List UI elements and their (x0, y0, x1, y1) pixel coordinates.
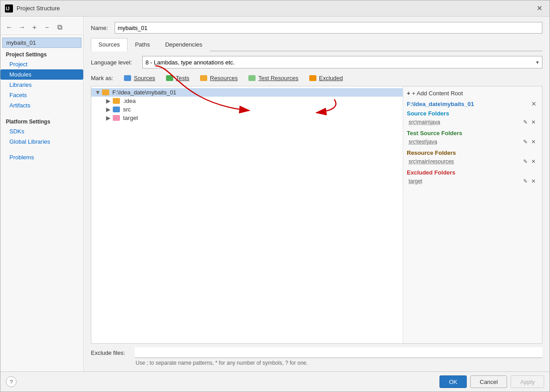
mark-excluded-button[interactable]: Excluded (306, 74, 346, 82)
copy-button[interactable]: ⧉ (54, 22, 65, 33)
plus-icon: + (407, 90, 410, 97)
sidebar-item-project[interactable]: Project (0, 59, 83, 69)
sidebar-item-problems[interactable]: Problems (0, 152, 83, 162)
source-folders-section: Source Folders src\main\java ✎ ✕ (407, 110, 538, 126)
exclude-files-hint: Use ; to separate name patterns, * for a… (91, 360, 542, 366)
tab-paths[interactable]: Paths (128, 38, 158, 51)
project-settings-label: Project Settings (0, 49, 83, 59)
remove-button[interactable]: － (42, 22, 52, 33)
test-folder-path-0: src\test\java (409, 139, 520, 145)
mark-sources-button[interactable]: Sources (120, 74, 159, 82)
exclude-files-row: Exclude files: (91, 347, 542, 358)
resource-folder-row-0: src\main\resources ✎ ✕ (407, 158, 538, 166)
test-folder-remove-0[interactable]: ✕ (530, 139, 537, 145)
close-button[interactable]: ✕ (534, 3, 545, 13)
name-input[interactable] (115, 22, 542, 34)
excluded-folder-remove-0[interactable]: ✕ (530, 178, 537, 184)
source-panel: + + Add Content Root F:\Idea_date\mybait… (403, 86, 542, 343)
resource-folder-actions-0: ✎ ✕ (522, 158, 537, 165)
sidebar-item-libraries[interactable]: Libraries (0, 80, 83, 90)
sidebar-item-facets[interactable]: Facets (0, 90, 83, 100)
resource-folders-title: Resource Folders (407, 149, 538, 156)
tree-toggle-target: ▶ (106, 115, 111, 121)
tree-item-src[interactable]: ▶ src (91, 105, 403, 114)
tab-dependencies[interactable]: Dependencies (158, 38, 210, 51)
help-button[interactable]: ? (6, 376, 17, 387)
resource-folder-remove-0[interactable]: ✕ (530, 158, 537, 165)
content-root-path: F:\Idea_date\mybaits_01 (407, 101, 474, 107)
test-source-folders-section: Test Source Folders src\test\java ✎ ✕ (407, 130, 538, 146)
title-bar: IJ Project Structure ✕ (0, 0, 550, 17)
tree-item-idea[interactable]: ▶ .idea (91, 97, 403, 105)
excluded-folder-actions-0: ✎ ✕ (522, 178, 537, 184)
sidebar-item-modules[interactable]: Modules (0, 69, 83, 80)
bottom-bar: ? OK Cancel Apply (0, 371, 550, 392)
tree-root-item[interactable]: ▼ F:\Idea_date\mybaits_01 (91, 88, 403, 97)
name-row: Name: (91, 22, 542, 34)
tree-item-target[interactable]: ▶ target (91, 114, 403, 122)
add-content-root-button[interactable]: + + Add Content Root (407, 90, 538, 97)
mark-test-resources-button[interactable]: Test Resources (245, 74, 302, 82)
exclude-files-input[interactable] (135, 347, 542, 358)
source-folder-edit-0[interactable]: ✎ (522, 119, 529, 125)
language-level-select[interactable]: 8 - Lambdas, type annotations etc. 7 - D… (142, 56, 542, 68)
sidebar-toolbar: ← → ＋ － ⧉ (0, 20, 83, 35)
mark-resources-button[interactable]: Resources (196, 74, 241, 82)
language-level-label: Language level: (91, 59, 138, 66)
source-folder-actions-0: ✎ ✕ (522, 119, 537, 125)
apply-button[interactable]: Apply (511, 375, 544, 388)
tree-item-target-name: target (123, 115, 138, 121)
sidebar-item-artifacts[interactable]: Artifacts (0, 100, 83, 111)
tree-toggle-src: ▶ (106, 106, 111, 113)
content-root-header: F:\Idea_date\mybaits_01 ✕ (407, 100, 538, 107)
module-name: mybaits_01 (6, 39, 36, 46)
resource-folder-edit-0[interactable]: ✎ (522, 158, 529, 165)
right-panel: Name: Sources Paths Dependencies Languag… (84, 17, 550, 371)
content-root-close-button[interactable]: ✕ (529, 100, 538, 107)
source-folder-remove-0[interactable]: ✕ (530, 119, 537, 125)
source-folder-row-0: src\main\java ✎ ✕ (407, 118, 538, 126)
test-folder-row-0: src\test\java ✎ ✕ (407, 138, 538, 146)
app-icon: IJ (5, 4, 13, 13)
source-folders-title: Source Folders (407, 110, 538, 117)
language-level-wrapper: 8 - Lambdas, type annotations etc. 7 - D… (142, 56, 542, 68)
content-area: ▼ F:\Idea_date\mybaits_01 ▶ .idea ▶ (91, 86, 542, 344)
tabs-row: Sources Paths Dependencies (91, 38, 542, 51)
sidebar-item-global-libraries[interactable]: Global Libraries (0, 136, 83, 147)
forward-button[interactable]: → (17, 22, 27, 33)
excluded-folders-title: Excluded Folders (407, 169, 538, 176)
language-level-row: Language level: 8 - Lambdas, type annota… (91, 56, 542, 68)
excluded-folder-row-0: target ✎ ✕ (407, 177, 538, 185)
sidebar: ← → ＋ － ⧉ mybaits_01 Project Settings Pr… (0, 17, 84, 371)
svg-text:IJ: IJ (6, 6, 9, 11)
test-folder-actions-0: ✎ ✕ (522, 139, 537, 145)
resource-folders-section: Resource Folders src\main\resources ✎ ✕ (407, 149, 538, 166)
resource-folder-path-0: src\main\resources (409, 158, 520, 165)
tab-sources[interactable]: Sources (91, 38, 128, 51)
tree-toggle-idea: ▶ (106, 98, 111, 104)
window-title: Project Structure (17, 5, 534, 12)
back-button[interactable]: ← (4, 22, 15, 33)
excluded-folder-path-0: target (409, 178, 520, 184)
excluded-folders-section: Excluded Folders target ✎ ✕ (407, 169, 538, 185)
test-folder-edit-0[interactable]: ✎ (522, 139, 529, 145)
exclude-files-label: Exclude files: (91, 349, 131, 356)
sidebar-item-sdks[interactable]: SDKs (0, 126, 83, 136)
mark-as-label: Mark as: (91, 75, 117, 81)
platform-settings-label: Platform Settings (0, 116, 83, 126)
test-source-folders-title: Test Source Folders (407, 130, 538, 136)
ok-button[interactable]: OK (439, 375, 467, 388)
tree-item-idea-name: .idea (123, 98, 136, 104)
mark-tests-button[interactable]: Tests (162, 74, 193, 82)
name-label: Name: (91, 25, 111, 31)
source-folder-path-0: src\main\java (409, 119, 520, 125)
cancel-button[interactable]: Cancel (470, 375, 507, 388)
mark-as-row: Mark as: Sources Tests Resources Test Re… (91, 74, 542, 82)
add-button[interactable]: ＋ (29, 22, 40, 33)
tree-item-src-name: src (123, 106, 131, 113)
tree-root-path: F:\Idea_date\mybaits_01 (112, 89, 176, 96)
tree-toggle-root: ▼ (95, 89, 100, 96)
sidebar-module-item[interactable]: mybaits_01 (2, 38, 81, 48)
file-tree[interactable]: ▼ F:\Idea_date\mybaits_01 ▶ .idea ▶ (91, 86, 403, 343)
excluded-folder-edit-0[interactable]: ✎ (522, 178, 529, 184)
